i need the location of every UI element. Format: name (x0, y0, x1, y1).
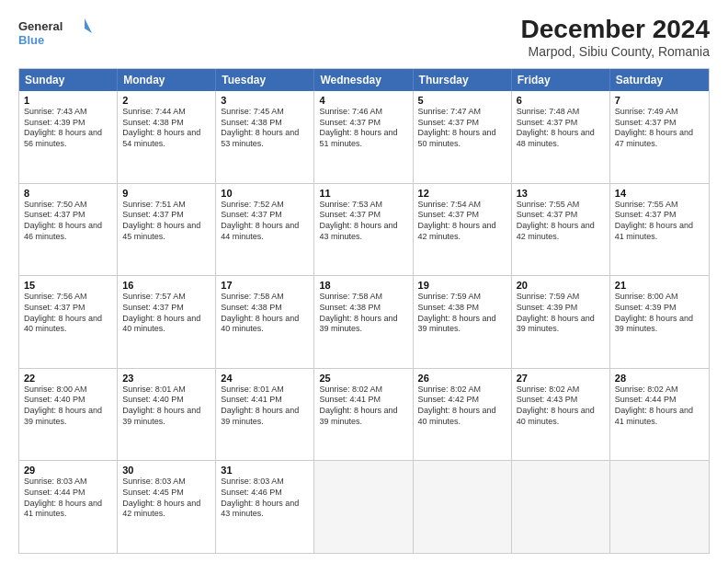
day-number: 23 (122, 373, 210, 384)
sunset-text: Sunset: 4:37 PM (615, 210, 704, 221)
daylight-text: Daylight: 8 hours and 39 minutes. (319, 314, 407, 335)
sunrise-text: Sunrise: 7:45 AM (221, 107, 309, 118)
sunset-text: Sunset: 4:37 PM (24, 303, 112, 314)
sunrise-text: Sunrise: 7:58 AM (221, 292, 309, 303)
daylight-text: Daylight: 8 hours and 44 minutes. (221, 221, 309, 242)
sunset-text: Sunset: 4:37 PM (517, 210, 605, 221)
calendar-row-1: 1Sunrise: 7:43 AMSunset: 4:39 PMDaylight… (19, 91, 709, 183)
day-number: 31 (221, 465, 309, 476)
day-of-week-friday: Friday (512, 69, 610, 91)
calendar-cell-24: 24Sunrise: 8:01 AMSunset: 4:41 PMDayligh… (216, 369, 314, 461)
sunrise-text: Sunrise: 7:48 AM (517, 107, 605, 118)
sunrise-text: Sunrise: 7:57 AM (122, 292, 210, 303)
day-of-week-sunday: Sunday (19, 69, 118, 91)
day-number: 30 (122, 465, 210, 476)
calendar-header: SundayMondayTuesdayWednesdayThursdayFrid… (19, 69, 709, 91)
day-number: 24 (221, 373, 309, 384)
sunrise-text: Sunrise: 7:52 AM (221, 200, 309, 211)
daylight-text: Daylight: 8 hours and 41 minutes. (615, 406, 704, 427)
sunset-text: Sunset: 4:43 PM (517, 395, 605, 406)
day-number: 28 (615, 373, 704, 384)
calendar-row-5: 29Sunrise: 8:03 AMSunset: 4:44 PMDayligh… (19, 460, 709, 553)
sunrise-text: Sunrise: 7:55 AM (517, 200, 605, 211)
page: General Blue December 2024 Marpod, Sibiu… (0, 0, 728, 563)
calendar-cell-8: 8Sunrise: 7:50 AMSunset: 4:37 PMDaylight… (19, 184, 118, 276)
sunrise-text: Sunrise: 8:02 AM (517, 385, 605, 396)
sunset-text: Sunset: 4:38 PM (319, 303, 407, 314)
sunrise-text: Sunrise: 7:59 AM (418, 292, 506, 303)
day-of-week-saturday: Saturday (610, 69, 709, 91)
calendar-cell-13: 13Sunrise: 7:55 AMSunset: 4:37 PMDayligh… (512, 184, 610, 276)
daylight-text: Daylight: 8 hours and 39 minutes. (221, 406, 309, 427)
daylight-text: Daylight: 8 hours and 53 minutes. (221, 128, 309, 149)
sunset-text: Sunset: 4:44 PM (615, 395, 704, 406)
sunrise-text: Sunrise: 7:43 AM (24, 107, 112, 118)
sunrise-text: Sunrise: 7:58 AM (319, 292, 407, 303)
day-number: 15 (24, 280, 112, 291)
day-number: 8 (24, 188, 112, 199)
calendar-cell-empty (610, 461, 709, 553)
sunrise-text: Sunrise: 7:53 AM (319, 200, 407, 211)
daylight-text: Daylight: 8 hours and 40 minutes. (517, 406, 605, 427)
daylight-text: Daylight: 8 hours and 48 minutes. (517, 128, 605, 149)
calendar-cell-28: 28Sunrise: 8:02 AMSunset: 4:44 PMDayligh… (610, 369, 709, 461)
day-number: 16 (122, 280, 210, 291)
sunset-text: Sunset: 4:38 PM (122, 118, 210, 129)
sunset-text: Sunset: 4:37 PM (319, 210, 407, 221)
main-title: December 2024 (521, 15, 710, 44)
sunrise-text: Sunrise: 8:03 AM (221, 477, 309, 488)
svg-text:General: General (18, 19, 63, 33)
sunrise-text: Sunrise: 7:44 AM (122, 107, 210, 118)
calendar-cell-1: 1Sunrise: 7:43 AMSunset: 4:39 PMDaylight… (19, 91, 118, 183)
day-number: 21 (615, 280, 704, 291)
sunset-text: Sunset: 4:38 PM (221, 303, 309, 314)
calendar-cell-9: 9Sunrise: 7:51 AMSunset: 4:37 PMDaylight… (118, 184, 216, 276)
calendar-cell-4: 4Sunrise: 7:46 AMSunset: 4:37 PMDaylight… (314, 91, 413, 183)
calendar-cell-16: 16Sunrise: 7:57 AMSunset: 4:37 PMDayligh… (118, 276, 216, 368)
daylight-text: Daylight: 8 hours and 39 minutes. (24, 406, 112, 427)
day-number: 7 (615, 95, 704, 106)
daylight-text: Daylight: 8 hours and 39 minutes. (517, 314, 605, 335)
calendar-body: 1Sunrise: 7:43 AMSunset: 4:39 PMDaylight… (19, 91, 709, 553)
day-number: 17 (221, 280, 309, 291)
logo-svg: General Blue (18, 15, 92, 52)
sunrise-text: Sunrise: 7:54 AM (418, 200, 506, 211)
calendar-cell-30: 30Sunrise: 8:03 AMSunset: 4:45 PMDayligh… (118, 461, 216, 553)
header: General Blue December 2024 Marpod, Sibiu… (18, 15, 710, 59)
day-number: 2 (122, 95, 210, 106)
day-number: 29 (24, 465, 112, 476)
sunset-text: Sunset: 4:37 PM (221, 210, 309, 221)
calendar-cell-29: 29Sunrise: 8:03 AMSunset: 4:44 PMDayligh… (19, 461, 118, 553)
sunrise-text: Sunrise: 7:46 AM (319, 107, 407, 118)
day-number: 26 (418, 373, 506, 384)
sunrise-text: Sunrise: 8:00 AM (615, 292, 704, 303)
calendar-cell-27: 27Sunrise: 8:02 AMSunset: 4:43 PMDayligh… (512, 369, 610, 461)
sunrise-text: Sunrise: 8:02 AM (418, 385, 506, 396)
calendar-cell-22: 22Sunrise: 8:00 AMSunset: 4:40 PMDayligh… (19, 369, 118, 461)
sunrise-text: Sunrise: 7:47 AM (418, 107, 506, 118)
sunset-text: Sunset: 4:37 PM (418, 118, 506, 129)
daylight-text: Daylight: 8 hours and 39 minutes. (122, 406, 210, 427)
daylight-text: Daylight: 8 hours and 47 minutes. (615, 128, 704, 149)
calendar-cell-6: 6Sunrise: 7:48 AMSunset: 4:37 PMDaylight… (512, 91, 610, 183)
calendar-cell-11: 11Sunrise: 7:53 AMSunset: 4:37 PMDayligh… (314, 184, 413, 276)
calendar-cell-7: 7Sunrise: 7:49 AMSunset: 4:37 PMDaylight… (610, 91, 709, 183)
sunset-text: Sunset: 4:37 PM (418, 210, 506, 221)
sunset-text: Sunset: 4:44 PM (24, 488, 112, 499)
day-number: 12 (418, 188, 506, 199)
day-number: 9 (122, 188, 210, 199)
calendar-cell-26: 26Sunrise: 8:02 AMSunset: 4:42 PMDayligh… (414, 369, 512, 461)
sunset-text: Sunset: 4:37 PM (122, 303, 210, 314)
daylight-text: Daylight: 8 hours and 41 minutes. (24, 499, 112, 520)
day-number: 5 (418, 95, 506, 106)
sunset-text: Sunset: 4:42 PM (418, 395, 506, 406)
calendar-cell-empty (314, 461, 413, 553)
day-of-week-tuesday: Tuesday (216, 69, 314, 91)
sunrise-text: Sunrise: 8:02 AM (615, 385, 704, 396)
day-number: 11 (319, 188, 407, 199)
sunset-text: Sunset: 4:37 PM (24, 210, 112, 221)
daylight-text: Daylight: 8 hours and 46 minutes. (24, 221, 112, 242)
sunrise-text: Sunrise: 7:56 AM (24, 292, 112, 303)
calendar-row-3: 15Sunrise: 7:56 AMSunset: 4:37 PMDayligh… (19, 275, 709, 368)
daylight-text: Daylight: 8 hours and 42 minutes. (517, 221, 605, 242)
